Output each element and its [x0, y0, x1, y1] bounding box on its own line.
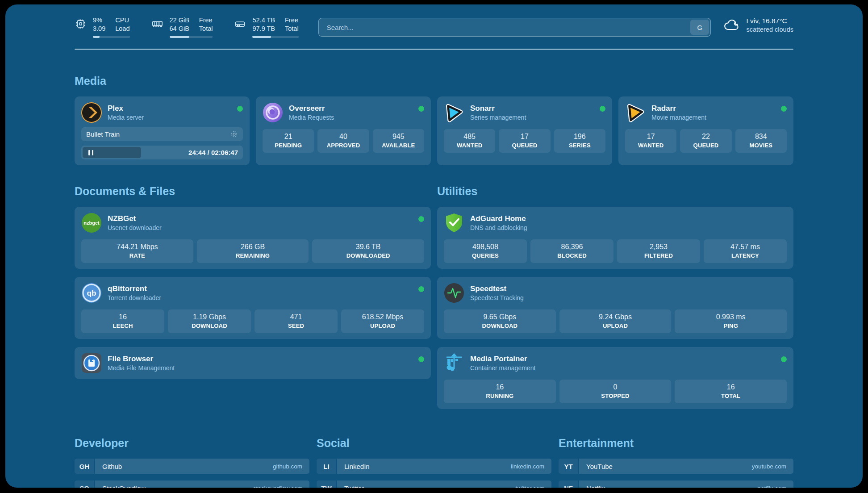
- bookmark-name: Netflix: [586, 485, 605, 488]
- service-card-portainer[interactable]: Media Portainer Container management 16 …: [437, 347, 793, 409]
- stat-upload: 618.52 Mbps UPLOAD: [341, 309, 424, 333]
- service-card-filebrowser[interactable]: File Browser Media File Management: [75, 347, 431, 379]
- disk-total-label: Total: [285, 25, 299, 33]
- search-provider-button[interactable]: G: [690, 20, 709, 35]
- status-dot: [781, 106, 787, 112]
- bookmark-stackoverflow[interactable]: SO StackOverflow stackoverflow.com: [75, 480, 309, 488]
- search-input[interactable]: [319, 18, 689, 36]
- stat-queued: 22 QUEUED: [680, 129, 731, 153]
- cpu-widget: 9% 3.09 CPU Load: [75, 16, 130, 38]
- documents-column: Documents & Files nzbget NZBGet Usenet d…: [75, 165, 431, 387]
- service-title: Plex: [108, 104, 144, 113]
- resource-widgets: 9% 3.09 CPU Load: [75, 16, 299, 38]
- service-card-radarr[interactable]: Radarr Movie management 17 WANTED 22 QUE…: [618, 96, 793, 165]
- cloud-icon: [723, 18, 740, 32]
- service-subtitle: Media Requests: [289, 114, 334, 121]
- memory-progress-fill: [170, 36, 190, 38]
- service-card-qbittorrent[interactable]: qb qBittorrent Torrent downloader 16 LEE…: [75, 277, 431, 339]
- stat-wanted: 17 WANTED: [625, 129, 676, 153]
- sonarr-icon: [444, 102, 464, 123]
- service-card-sonarr[interactable]: Sonarr Series management 485 WANTED 17 Q…: [437, 96, 612, 165]
- plex-icon: [81, 102, 102, 123]
- bookmark-abbr: TW: [317, 480, 336, 488]
- stat-upload: 9.24 Gbps UPLOAD: [559, 309, 672, 333]
- service-card-adguard[interactable]: AdGuard Home DNS and adblocking 498,508 …: [437, 207, 793, 269]
- service-title: Overseerr: [289, 104, 334, 113]
- cpu-icon: [75, 18, 87, 30]
- stat-queued: 17 QUEUED: [499, 129, 550, 153]
- disk-free-value: 52.4 TB: [252, 16, 275, 25]
- disk-free-label: Free: [285, 16, 299, 25]
- stat-running: 16 RUNNING: [444, 380, 556, 403]
- disk-progress-fill: [252, 36, 271, 38]
- section-header-utilities: Utilities: [437, 185, 793, 198]
- service-card-speedtest[interactable]: Speedtest Speedtest Tracking 9.65 Gbps D…: [437, 277, 793, 339]
- disk-widget: 52.4 TB 97.9 TB Free Total: [234, 16, 298, 38]
- player-row: 24:44 / 02:06:47: [81, 146, 243, 159]
- bookmark-github[interactable]: GH Github github.com: [75, 459, 309, 474]
- section-header-documents: Documents & Files: [75, 185, 431, 198]
- service-title: Radarr: [651, 104, 706, 113]
- stat-latency: 47.57 ms LATENCY: [704, 239, 787, 263]
- bookmark-name: YouTube: [586, 463, 613, 470]
- qbittorrent-icon: qb: [81, 283, 102, 303]
- memory-free-label: Free: [199, 16, 213, 25]
- utilities-column: Utilities: [437, 165, 793, 417]
- bookmark-groups: Developer GH Github github.com SO StackO…: [75, 437, 793, 488]
- bookmark-abbr: LI: [317, 459, 336, 474]
- bookmark-netflix[interactable]: NF Netflix netflix.com: [559, 480, 793, 488]
- status-dot: [418, 216, 424, 222]
- memory-progress-track: [170, 36, 213, 38]
- cpu-load-value: 3.09: [93, 25, 105, 33]
- stat-series: 196 SERIES: [554, 129, 605, 153]
- section-header-media: Media: [75, 75, 793, 88]
- portainer-icon: [444, 353, 464, 373]
- pause-icon: [88, 150, 90, 155]
- stat-filtered: 2,953 FILTERED: [617, 239, 700, 263]
- bookmark-url: youtube.com: [752, 463, 786, 470]
- service-title: Speedtest: [470, 284, 524, 293]
- cpu-usage-value: 9%: [93, 16, 105, 25]
- bookmark-name: StackOverflow: [102, 485, 146, 488]
- adguard-icon: [444, 213, 464, 233]
- memory-free-value: 22 GiB: [170, 16, 189, 25]
- stat-remaining: 266 GB REMAINING: [197, 239, 309, 263]
- gear-icon[interactable]: [230, 130, 238, 138]
- service-subtitle: Torrent downloader: [108, 294, 161, 301]
- stat-pending: 21 PENDING: [263, 129, 314, 153]
- memory-total-value: 64 GiB: [170, 25, 189, 33]
- media-cards: Plex Media server Bullet Train: [75, 96, 793, 165]
- stat-stopped: 0 STOPPED: [559, 380, 672, 403]
- weather-location-temp: Lviv, 16.87°C: [746, 17, 793, 25]
- pause-button[interactable]: [83, 147, 141, 158]
- stat-downloaded: 39.6 TB DOWNLOADED: [312, 239, 424, 263]
- cpu-usage-label: CPU: [115, 16, 129, 25]
- service-subtitle: Media File Management: [108, 364, 175, 372]
- bookmark-linkedin[interactable]: LI LinkedIn linkedin.com: [317, 459, 551, 474]
- stat-leech: 16 LEECH: [81, 309, 164, 333]
- bookmark-youtube[interactable]: YT YouTube youtube.com: [559, 459, 793, 474]
- dashboard-panel: 9% 3.09 CPU Load: [5, 4, 863, 488]
- overseerr-icon: [263, 102, 283, 123]
- now-playing-row: Bullet Train: [81, 127, 243, 141]
- bookmark-url: netflix.com: [757, 485, 786, 488]
- svg-text:qb: qb: [87, 289, 96, 297]
- search-bar: G: [318, 18, 711, 37]
- service-subtitle: DNS and adblocking: [470, 224, 527, 231]
- bookmark-abbr: GH: [75, 459, 94, 474]
- service-subtitle: Media server: [108, 114, 144, 121]
- stat-total: 16 TOTAL: [675, 380, 787, 403]
- stat-movies: 834 MOVIES: [735, 129, 787, 153]
- filebrowser-icon: [81, 353, 102, 373]
- bookmark-url: linkedin.com: [511, 463, 544, 470]
- service-subtitle: Speedtest Tracking: [470, 294, 524, 301]
- bookmark-name: Github: [102, 463, 122, 470]
- stat-ping: 0.993 ms PING: [675, 309, 787, 333]
- memory-widget: 22 GiB 64 GiB Free Total: [151, 16, 213, 38]
- bookmark-group-social: Social LI LinkedIn linkedin.com TW Twitt…: [317, 437, 551, 488]
- status-dot: [418, 356, 424, 362]
- service-card-nzbget[interactable]: nzbget NZBGet Usenet downloader 744.21 M…: [75, 207, 431, 269]
- bookmark-twitter[interactable]: TW Twitter twitter.com: [317, 480, 551, 488]
- service-card-overseerr[interactable]: Overseerr Media Requests 21 PENDING 40 A…: [256, 96, 431, 165]
- service-card-plex[interactable]: Plex Media server Bullet Train: [75, 96, 250, 165]
